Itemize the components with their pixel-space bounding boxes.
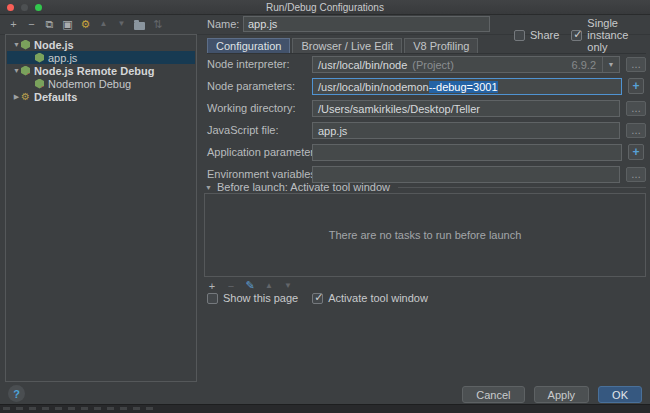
activate-tool-window-label: Activate tool window	[328, 292, 428, 304]
insert-macros-icon[interactable]: +	[628, 144, 644, 160]
tree-item-appjs[interactable]: app.js	[7, 51, 195, 64]
tree-item-nodejs-remote-debug[interactable]: ▼ Node.js Remote Debug	[7, 64, 195, 77]
add-task-icon[interactable]: +	[207, 280, 217, 292]
configurations-tree: ▼ Node.js app.js ▼ Node.js Remote Debug …	[5, 34, 197, 382]
working-directory-browse-button[interactable]: …	[626, 101, 646, 116]
tree-item-nodejs[interactable]: ▼ Node.js	[7, 38, 195, 51]
node-interpreter-browse-button[interactable]: …	[626, 57, 646, 72]
javascript-file-browse-button[interactable]: …	[626, 123, 646, 138]
task-up-icon: ▲	[264, 281, 274, 290]
node-interpreter-combobox[interactable]: /usr/local/bin/node (Project) 6.9.2 ▼	[312, 56, 620, 73]
apply-button[interactable]: Apply	[534, 386, 590, 403]
add-icon[interactable]: +	[8, 16, 19, 32]
chevron-down-icon[interactable]: ▼	[12, 67, 21, 74]
ok-button[interactable]: OK	[598, 386, 642, 403]
tab-browser-live-edit[interactable]: Browser / Live Edit	[292, 38, 402, 53]
javascript-file-label: JavaScript file:	[207, 122, 309, 139]
working-directory-input[interactable]: /Users/samkirkiles/Desktop/Teller	[312, 100, 620, 117]
tasks-toolbar: + − ✎ ▲ ▼	[207, 279, 293, 292]
nodejs-config-icon	[35, 53, 44, 63]
run-debug-configurations-dialog: Run/Debug Configurations + − ⧉ ▣ ⚙ ▲ ▼ ⇅…	[0, 0, 650, 413]
dialog-buttons: Cancel Apply OK	[462, 386, 642, 403]
selected-text: --debug=3001	[429, 81, 498, 93]
before-launch-task-list[interactable]: There are no tasks to run before launch	[204, 193, 646, 277]
name-input[interactable]: app.js	[243, 16, 490, 32]
activate-tool-window-checkbox[interactable]	[312, 293, 323, 304]
interpreter-scope: (Project)	[412, 59, 454, 71]
insert-macros-icon[interactable]: +	[628, 78, 644, 94]
application-parameters-input[interactable]	[312, 144, 622, 161]
remote-debug-icon	[21, 66, 30, 76]
remove-icon[interactable]: −	[26, 16, 37, 32]
application-parameters-label: Application parameters:	[207, 144, 309, 161]
empty-tasks-message: There are no tasks to run before launch	[329, 229, 522, 241]
remove-task-icon: −	[226, 280, 236, 292]
tab-v8-profiling[interactable]: V8 Profiling	[404, 38, 478, 53]
activate-tool-window-option[interactable]: Activate tool window	[312, 292, 428, 304]
defaults-gear-icon: ⚙	[21, 92, 30, 102]
chevron-down-icon[interactable]: ▼	[603, 61, 619, 68]
before-launch-title: Before launch: Activate tool window	[217, 181, 390, 193]
settings-tabs: Configuration Browser / Live Edit V8 Pro…	[207, 38, 646, 54]
name-label: Name:	[207, 17, 239, 32]
show-this-page-label: Show this page	[223, 292, 298, 304]
edit-task-icon: ✎	[245, 279, 255, 292]
chevron-down-icon[interactable]: ▼	[205, 184, 212, 191]
chevron-right-icon[interactable]: ▶	[12, 93, 21, 101]
nodemon-config-icon	[35, 79, 44, 89]
configurations-toolbar: + − ⧉ ▣ ⚙ ▲ ▼ ⇅	[8, 16, 163, 32]
edit-defaults-icon[interactable]: ⚙	[80, 16, 91, 32]
node-interpreter-label: Node interpreter:	[207, 56, 309, 73]
node-parameters-label: Node parameters:	[207, 78, 309, 95]
move-down-icon: ▼	[116, 16, 127, 32]
javascript-file-input[interactable]: app.js	[312, 122, 620, 139]
save-icon[interactable]: ▣	[62, 16, 73, 32]
working-directory-label: Working directory:	[207, 100, 309, 117]
window-controls	[7, 4, 42, 11]
title-bar: Run/Debug Configurations	[0, 0, 650, 15]
show-this-page-option[interactable]: Show this page	[207, 292, 298, 304]
background-window-sliver	[0, 404, 650, 413]
before-launch-section-header[interactable]: ▼ Before launch: Activate tool window	[205, 181, 646, 193]
show-this-page-checkbox[interactable]	[207, 293, 218, 304]
folder-icon[interactable]	[134, 22, 145, 30]
cancel-button[interactable]: Cancel	[462, 386, 524, 403]
environment-variables-browse-button[interactable]: …	[626, 167, 646, 182]
chevron-down-icon[interactable]: ▼	[12, 41, 21, 48]
move-up-icon: ▲	[98, 16, 109, 32]
close-window-icon[interactable]	[7, 4, 14, 11]
zoom-window-icon[interactable]	[35, 4, 42, 11]
task-down-icon: ▼	[283, 281, 293, 290]
section-divider	[398, 187, 646, 188]
copy-icon[interactable]: ⧉	[44, 16, 55, 32]
minimize-window-icon	[21, 4, 28, 11]
node-version: 6.9.2	[572, 59, 602, 71]
node-parameters-input[interactable]: /usr/local/bin/nodemon --debug=3001	[312, 78, 622, 95]
sort-icon: ⇅	[152, 16, 163, 32]
nodejs-icon	[21, 40, 30, 50]
window-title: Run/Debug Configurations	[266, 2, 384, 13]
help-icon[interactable]: ?	[8, 385, 25, 402]
tab-configuration[interactable]: Configuration	[207, 38, 290, 53]
tree-item-defaults[interactable]: ▶ ⚙ Defaults	[7, 90, 195, 103]
tree-item-nodemon-debug[interactable]: Nodemon Debug	[7, 77, 195, 90]
